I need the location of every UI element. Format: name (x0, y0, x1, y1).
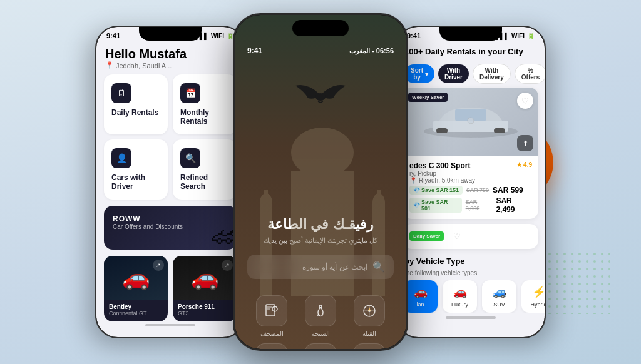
car-sub-text: ry, Pickup (409, 170, 436, 177)
right-header: 100+ Daily Rentals in your City (397, 42, 545, 60)
mercedes-rating: ★ 4.9 (516, 161, 532, 168)
vehicle-types-row: 🚗 lan 🚗 Luxury 🚙 SUV ⚡ Hybrid (397, 280, 545, 313)
cars-with-driver-icon: 👤 (111, 148, 131, 168)
save-badge-2: 💎 Save SAR 501 (409, 198, 462, 213)
offers-banner[interactable]: ROWW Car Offers and Discounts 🏎 (104, 206, 237, 250)
vehicle-type-hybrid[interactable]: ⚡ Hybrid (521, 280, 545, 313)
porsche-model: GT3 (178, 310, 232, 316)
mercedes-listing-image: Weekly Saver ♡ ⬆ (403, 88, 538, 156)
price-row-2: 💎 Save SAR 501 SAR 3,000 SAR 2,499 (409, 196, 532, 214)
porsche-arrow-icon: ↗ (222, 260, 233, 271)
new-price-1: SAR 599 (493, 186, 523, 195)
right-phone-notch (439, 27, 502, 41)
with-delivery-button[interactable]: With Delivery (473, 64, 511, 84)
refined-search-icon: 🔍 (180, 148, 200, 168)
right-home-indicator (446, 316, 496, 319)
svg-rect-10 (377, 190, 381, 206)
right-page-title: 100+ Daily Rentals in your City (404, 47, 537, 56)
listing-badge-weekly: Weekly Saver (408, 93, 448, 102)
left-header: Hello Mustafa 📍 Jeddah, Saudi A... (96, 42, 244, 74)
suv-label: SUV (493, 301, 505, 308)
vehicle-type-section-sub: the following vehicle types (397, 270, 545, 280)
search-placeholder-text: ابحث عن آية أو سورة (302, 263, 367, 271)
porsche-info: Porsche 911 GT3 (173, 300, 237, 321)
location-pin-icon: 📍 (409, 177, 417, 184)
cars-with-driver-label: Cars with Driver (111, 173, 160, 191)
offers-button[interactable]: % Offers (515, 64, 545, 84)
center-bg: 9:41 06:56 - المغرب رفيقـك في الطاعة (235, 15, 406, 349)
svg-rect-8 (372, 203, 385, 296)
hybrid-icon: ⚡ (532, 285, 545, 299)
sedan-label: lan (416, 301, 424, 308)
porsche-name: Porsche 911 (178, 303, 232, 310)
mercedes-car-name: edes C 300 Sport (409, 161, 475, 170)
right-wifi-icon: WiFi (511, 33, 525, 39)
with-driver-button[interactable]: With Driver (438, 64, 469, 83)
svg-rect-1 (547, 251, 610, 314)
daily-rentals-icon: 🗓 (111, 83, 131, 103)
svg-rect-27 (436, 128, 448, 133)
svg-rect-28 (494, 128, 505, 133)
mercedes-location: 📍 Riyadh, 5.0km away (409, 177, 475, 184)
right-battery-icon: 🔋 (527, 33, 535, 39)
menu-grid: 🗓 Daily Rentals 📅 Monthly Rentals 👤 Cars… (96, 74, 244, 206)
old-price-2: SAR 3,000 (466, 199, 493, 211)
svg-rect-5 (260, 203, 272, 296)
car-listing-mercedes[interactable]: Weekly Saver ♡ ⬆ edes C 300 Sport ry, Pi… (403, 88, 538, 219)
search-icon: 🔍 (372, 261, 385, 273)
save-gem-icon-2: 💎 (413, 202, 420, 208)
mercedes-car-sub: ry, Pickup (409, 170, 475, 177)
banner-title: ROWW (113, 215, 228, 223)
left-status-time: 9:41 (106, 32, 120, 39)
menu-item-daily-rentals[interactable]: 🗓 Daily Rentals (104, 74, 168, 134)
left-phone-screen: 9:41 ▌▌▌ WiFi 🔋 Hello Mustafa 📍 Jeddah, … (96, 27, 244, 337)
location-pin-icon: 📍 (105, 61, 114, 69)
location-text: 📍 Jeddah, Saudi A... (105, 61, 235, 69)
wifi-icon: WiFi (211, 33, 224, 39)
bird-illustration (235, 76, 406, 116)
sort-by-button[interactable]: Sort by ▾ (404, 64, 434, 83)
svg-point-11 (315, 93, 326, 101)
monthly-rentals-icon: 📅 (180, 83, 200, 103)
listing-share-icon[interactable]: ⬆ (517, 135, 533, 151)
offers-label: % Offers (521, 67, 540, 81)
menu-item-refined-search[interactable]: 🔍 Refined Search (173, 139, 237, 200)
car-card-porsche[interactable]: 🚗 ↗ Porsche 911 GT3 (173, 256, 237, 321)
location-text: Riyadh, 5.0km away (419, 177, 475, 184)
bentley-model: Continental GT (109, 310, 163, 316)
left-phone: 9:41 ▌▌▌ WiFi 🔋 Hello Mustafa 📍 Jeddah, … (95, 26, 245, 338)
listing2-heart-icon[interactable]: ♡ (449, 228, 465, 244)
menu-item-monthly-rentals[interactable]: 📅 Monthly Rentals (173, 74, 237, 134)
listing-badge-daily: Daily Saver (409, 231, 444, 241)
vehicle-type-sedan[interactable]: 🚗 lan (403, 280, 438, 313)
car-listing-2[interactable]: Daily Saver ♡ (403, 224, 538, 249)
right-status-time: 9:41 (407, 32, 421, 39)
phones-container: 9:41 ▌▌▌ WiFi 🔋 Hello Mustafa 📍 Jeddah, … (95, 13, 546, 351)
vehicle-type-luxury[interactable]: 🚗 Luxury (443, 280, 477, 313)
save-gem-icon: 💎 (413, 187, 420, 193)
vehicle-type-suv[interactable]: 🚙 SUV (482, 280, 516, 313)
menu-item-cars-with-driver[interactable]: 👤 Cars with Driver (104, 139, 168, 200)
refined-search-label: Refined Search (180, 173, 229, 191)
svg-point-30 (468, 118, 474, 124)
sedan-icon: 🚗 (414, 285, 428, 299)
svg-rect-7 (264, 190, 268, 206)
greeting-text: Hello Mustafa (105, 47, 235, 61)
listing-heart-icon[interactable]: ♡ (517, 93, 533, 109)
left-phone-notch (139, 27, 202, 41)
with-delivery-label: With Delivery (479, 67, 504, 81)
bentley-name: Bentley (109, 303, 163, 310)
bentley-info: Bentley Continental GT (104, 300, 168, 321)
left-home-indicator (145, 324, 195, 326)
price-row-1: 💎 Save SAR 151 SAR 750 SAR 599 (409, 186, 532, 195)
dynamic-island (292, 20, 349, 36)
banner-subtitle: Car Offers and Discounts (113, 223, 228, 230)
quran-search-bar[interactable]: ابحث عن آية أو سورة 🔍 (247, 255, 394, 279)
save-amount-2: Save SAR 501 (421, 199, 458, 211)
car-card-bentley[interactable]: 🚗 ↗ Bentley Continental GT (104, 256, 168, 321)
with-driver-label: With Driver (444, 67, 463, 81)
vehicle-type-section-title: by Vehicle Type (397, 254, 545, 270)
location-value: Jeddah, Saudi A... (116, 62, 172, 69)
luxury-icon: 🚗 (453, 285, 467, 299)
rating-value: 4.9 (523, 161, 532, 168)
